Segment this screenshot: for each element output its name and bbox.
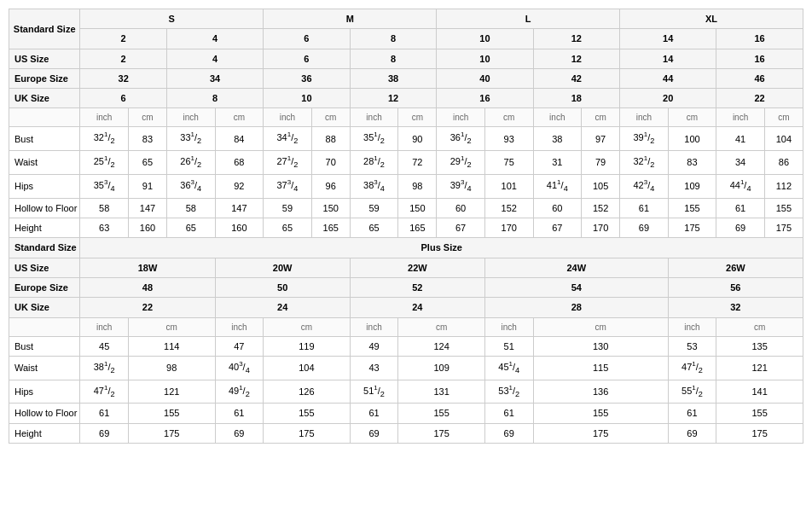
standard-size-label2: Standard Size [9,238,80,258]
hips-6-cm: 96 [311,175,350,199]
plus-hollow-label: Hollow to Floor [9,404,80,423]
plus-europe-row: Europe Size 48 50 52 54 56 [9,277,803,297]
height-14-inch: 69 [620,218,669,238]
phips-26-inch: 551/2 [668,380,716,404]
bust-2-inch: 321/2 [80,127,129,151]
pbust-26-inch: 53 [668,336,716,356]
phollow-18-inch: 61 [80,404,129,423]
waist-6-inch: 271/2 [264,151,312,175]
plus-size-header: Plus Size [80,238,803,258]
cm-s16: cm [764,108,803,127]
cm-s14: cm [668,108,716,127]
hollow-6-cm: 150 [311,198,350,218]
cm-s12: cm [582,108,620,127]
hips-12-cm: 105 [582,175,620,199]
bust-14-inch: 391/2 [620,127,669,151]
us-10: 10 [437,29,533,49]
p-inch-24w: inch [484,317,533,336]
pwaist-22-cm: 109 [398,356,485,380]
hollow-14-inch: 61 [620,198,669,218]
phips-22-inch: 511/2 [350,380,398,404]
hips-16-inch: 441/4 [716,175,765,199]
uk-22: 22 [716,89,803,108]
us-16: 16 [716,29,803,49]
hips-label: Hips [9,175,80,199]
eu-46: 46 [716,68,803,88]
pbust-24-cm: 130 [533,336,668,356]
p-cm-22w: cm [398,317,485,336]
height-label: Height [9,218,80,238]
hips-8-inch: 383/4 [350,175,398,199]
plus-empty-label [9,317,80,336]
hollow-row: Hollow to Floor 58 147 58 147 59 150 59 … [9,198,803,218]
eu-42: 42 [533,68,620,88]
plus-size-divider: Standard Size Plus Size [9,238,803,258]
pbust-18-inch: 45 [80,336,129,356]
pwaist-18-cm: 98 [128,356,215,380]
plus-22w: 22W [350,258,484,277]
size-chart-table: Standard Size S M L XL 2 4 6 8 10 12 14 … [9,9,803,444]
plus-uk-label: UK Size [9,298,80,317]
l-header: L [437,9,620,29]
plus-eu-56: 56 [668,277,803,297]
height-12-inch: 67 [533,218,582,238]
height-8-cm: 165 [398,218,437,238]
waist-12-inch: 31 [533,151,582,175]
waist-14-cm: 83 [668,151,716,175]
height-4-cm: 160 [215,218,264,238]
eu-40: 40 [437,68,533,88]
p-cm-24w: cm [533,317,668,336]
pheight-26-inch: 69 [668,423,716,443]
phollow-26-cm: 155 [716,404,803,423]
pheight-18-inch: 69 [80,423,129,443]
hips-16-cm: 112 [764,175,803,199]
pheight-24-inch: 69 [484,423,533,443]
eu-36: 36 [264,68,351,88]
inch-s10: inch [437,108,485,127]
inch-s4: inch [166,108,215,127]
p-cm-26w: cm [716,317,803,336]
bust-4-inch: 331/2 [166,127,215,151]
inch-cm-subheader: inch cm inch cm inch cm inch cm inch cm … [9,108,803,127]
plus-eu-52: 52 [350,277,484,297]
bust-14-cm: 100 [668,127,716,151]
phips-20-inch: 491/2 [215,380,264,404]
us-val-2: 2 [80,49,167,68]
phips-18-inch: 471/2 [80,380,129,404]
uk-8: 8 [166,89,263,108]
plus-eu-50: 50 [215,277,350,297]
hollow-2-cm: 147 [128,198,166,218]
plus-inch-cm-subheader: inch cm inch cm inch cm inch cm inch cm [9,317,803,336]
phollow-18-cm: 155 [128,404,215,423]
plus-18w: 18W [80,258,215,277]
plus-height-row: Height 69 175 69 175 69 175 69 175 69 17… [9,423,803,443]
section-header-row: Standard Size S M L XL [9,9,803,29]
europe-size-label: Europe Size [9,68,80,88]
bust-4-cm: 84 [215,127,264,151]
pwaist-26-cm: 121 [716,356,803,380]
height-14-cm: 175 [668,218,716,238]
plus-us-size-row: US Size 18W 20W 22W 24W 26W [9,258,803,277]
inch-s6: inch [264,108,312,127]
phollow-24-inch: 61 [484,404,533,423]
hollow-2-inch: 58 [80,198,129,218]
pbust-18-cm: 114 [128,336,215,356]
bust-16-inch: 41 [716,127,765,151]
us-14: 14 [620,29,716,49]
waist-10-cm: 75 [484,151,533,175]
hollow-8-cm: 150 [398,198,437,218]
plus-hips-row: Hips 471/2 121 491/2 126 511/2 131 531/2… [9,380,803,404]
hips-2-inch: 353/4 [80,175,129,199]
phips-24-cm: 136 [533,380,668,404]
uk-16: 16 [437,89,533,108]
p-cm-20w: cm [264,317,351,336]
hollow-16-cm: 155 [764,198,803,218]
p-inch-20w: inch [215,317,264,336]
hips-10-inch: 393/4 [437,175,485,199]
us-val-10: 10 [437,49,533,68]
bust-8-inch: 351/2 [350,127,398,151]
hips-4-inch: 363/4 [166,175,215,199]
uk-18: 18 [533,89,620,108]
phollow-26-inch: 61 [668,404,716,423]
plus-uk-24b: 24 [350,298,484,317]
